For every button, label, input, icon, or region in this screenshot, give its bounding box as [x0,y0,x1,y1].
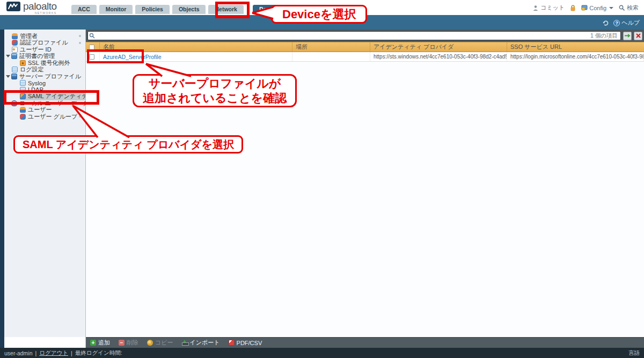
help-button[interactable]: ヘルプ [613,19,640,27]
server-profile-icon [11,74,17,79]
bottom-toolbar-row: 追加 削除 コピー インポート PDF/CSV [0,337,644,348]
device-callout: Deviceを選択 [271,5,367,24]
device-nav-tree: 管理者 認証プロファイル ユーザー ID 証明書の管理 SSL 復号化例外 [4,30,86,337]
local-user-db-icon [11,100,17,106]
row-checkbox[interactable] [89,54,94,60]
commit-button[interactable]: コミット [532,4,565,12]
minus-icon [119,340,125,346]
paloalto-logo: paloalto NETWORKS [6,2,57,14]
pdf-csv-icon [229,340,235,346]
tab-monitor[interactable]: Monitor [99,5,133,14]
import-button[interactable]: インポート [182,339,220,347]
last-login-label: 最終ログイン時間: [75,349,122,357]
logout-link[interactable]: ログアウト [39,349,68,357]
item-count: 1 個の項目 [590,32,618,40]
select-all-checkbox[interactable] [89,45,94,50]
server-profile-callout: サーバープロファイルが 追加されていることを確認 [133,74,297,107]
expand-arrow-icon[interactable] [6,102,10,105]
filter-search-icon [89,33,96,39]
cell-sso-service-url: https://login.microsoftonline.com/4cc7e6… [507,52,644,61]
sidebar-item-user-groups[interactable]: ユーザー グループ [4,113,85,120]
row-dot [79,42,81,44]
column-identity-provider[interactable]: アイデンティティ プロバイダ [370,42,507,52]
add-button[interactable]: 追加 [90,339,110,347]
lock-icon[interactable] [570,5,576,11]
expand-arrow-icon[interactable] [6,55,10,57]
ldap-icon [20,87,26,93]
plus-icon [90,340,96,346]
chevron-down-icon [609,7,613,9]
sidebar-item-ssl-decryption-exclusion[interactable]: SSL 復号化例外 [4,60,85,67]
saml-idp-icon [20,93,26,99]
pdf-csv-button[interactable]: PDF/CSV [229,340,262,346]
certificate-icon [11,53,17,59]
global-search-button[interactable]: 検索 [619,4,639,12]
main-tab-bar: ACC Monitor Policies Objects Network Dev… [71,5,284,14]
copy-button[interactable]: コピー [147,339,173,347]
header-actions: コミット Config 検索 [532,4,639,12]
config-menu[interactable]: Config [581,5,613,11]
auth-profile-icon [12,40,18,46]
syslog-icon [20,80,26,86]
cell-identity-provider: https://sts.windows.net/4cc7e610-053c-40… [370,52,507,61]
status-bar: user-admin | ログアウト | 最終ログイン時間: 言語 [0,348,644,358]
copy-icon [147,340,153,346]
user-group-icon [20,114,26,120]
paloalto-logo-icon [6,2,20,11]
row-dot [79,35,81,37]
saml-callout: SAML アイデンティティ プロバイダを選択 [13,135,243,154]
logged-in-user: user-admin [4,350,33,356]
column-name[interactable]: 名前 [100,42,292,52]
action-toolbar: 追加 削除 コピー インポート PDF/CSV [86,337,644,348]
filter-input[interactable] [87,31,621,40]
refresh-icon[interactable] [602,19,609,26]
sidebar-item-syslog[interactable]: Syslog [4,80,85,87]
language-button[interactable]: 言語 [628,349,640,357]
tab-objects[interactable]: Objects [172,5,206,14]
row-dot [79,115,81,118]
apply-filter-button[interactable] [623,32,632,40]
sidebar-edge-strip [0,30,4,337]
toolbar-edge-strip [0,337,4,348]
admin-user-icon [12,33,18,39]
sidebar-item-server-profiles[interactable]: サーバー プロファイル [4,73,85,80]
column-location[interactable]: 場所 [292,42,370,52]
delete-button[interactable]: 削除 [119,339,138,347]
body: 管理者 認証プロファイル ユーザー ID 証明書の管理 SSL 復号化例外 [0,30,644,337]
server-profile-link[interactable]: AzureAD_ServerProfile [103,54,162,60]
tab-network[interactable]: Network [208,5,243,14]
ssl-lock-icon [20,60,26,66]
expand-arrow-icon[interactable] [6,75,10,78]
tab-acc[interactable]: ACC [71,5,97,14]
user-id-icon [12,47,18,53]
user-icon [20,107,26,113]
row-dot [79,109,81,111]
clear-filter-button[interactable] [634,32,642,40]
cell-location [292,52,370,61]
column-sso-service-url[interactable]: SSO サービス URL [507,42,644,52]
panos-app: paloalto NETWORKS ACC Monitor Policies O… [0,0,644,358]
commit-person-icon [532,5,539,11]
config-icon [581,5,588,11]
log-settings-icon [12,67,18,72]
table-filter-bar: 1 個の項目 [86,30,644,42]
table-header: 名前 場所 アイデンティティ プロバイダ SSO サービス URL [86,42,644,52]
help-icon [613,20,620,26]
tab-policies[interactable]: Policies [135,5,170,14]
table-row[interactable]: AzureAD_ServerProfile https://sts.window… [86,52,644,62]
logo-text: paloalto [23,1,57,12]
import-icon [182,340,188,346]
sidebar-footer [4,337,86,348]
search-icon [619,5,625,11]
